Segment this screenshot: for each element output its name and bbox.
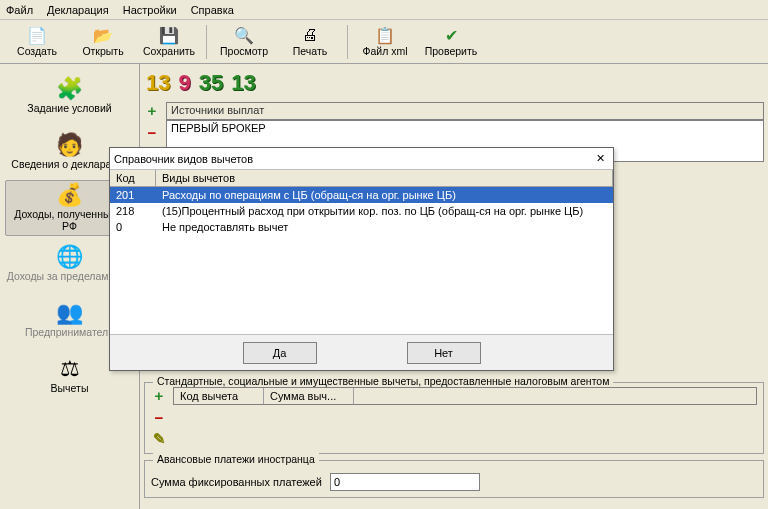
open-button[interactable]: 📂Открыть <box>70 22 136 62</box>
file-xml-button[interactable]: 📋Файл xml <box>352 22 418 62</box>
deductions-fieldset: Стандартные, социальные и имущественные … <box>144 382 764 454</box>
advance-input[interactable] <box>330 473 480 491</box>
menu-help[interactable]: Справка <box>191 4 234 16</box>
coins-icon: 💰 <box>56 184 83 206</box>
sidebar-item-conditions[interactable]: 🧩Задание условий <box>5 68 135 124</box>
check-icon: ✔ <box>442 26 460 44</box>
dialog-button-bar: Да Нет <box>110 334 613 370</box>
menu-settings[interactable]: Настройки <box>123 4 177 16</box>
rate-13[interactable]: 13 <box>146 70 170 96</box>
menu-file[interactable]: Файл <box>6 4 33 16</box>
col-type[interactable]: Виды вычетов <box>156 170 613 186</box>
check-button[interactable]: ✔Проверить <box>418 22 484 62</box>
dialog-title: Справочник видов вычетов <box>114 153 253 165</box>
scales-icon: ⚖ <box>60 358 80 380</box>
conditions-icon: 🧩 <box>56 78 83 100</box>
deductions-actions: + − ✎ <box>151 387 167 447</box>
no-button[interactable]: Нет <box>407 342 481 364</box>
print-button[interactable]: 🖨Печать <box>277 22 343 62</box>
cell-name: (15)Процентный расход при открытии кор. … <box>156 205 613 217</box>
open-icon: 📂 <box>94 26 112 44</box>
toolbar-separator <box>206 25 207 59</box>
rate-9[interactable]: 9 <box>178 70 190 96</box>
toolbar: 📄Создать 📂Открыть 💾Сохранить 🔍Просмотр 🖨… <box>0 20 768 64</box>
rate-13-alt[interactable]: 13 <box>231 70 255 96</box>
person-icon: 🧑 <box>56 134 83 156</box>
remove-deduction-button[interactable]: − <box>151 409 167 425</box>
close-icon: ✕ <box>596 152 605 165</box>
dialog-table-body: 201 Расходы по операциям с ЦБ (обращ-ся … <box>110 187 613 334</box>
edit-deduction-button[interactable]: ✎ <box>151 431 167 447</box>
save-icon: 💾 <box>160 26 178 44</box>
print-icon: 🖨 <box>301 26 319 44</box>
rate-35[interactable]: 35 <box>199 70 223 96</box>
deductions-table-header: Код вычета Сумма выч... <box>173 387 757 405</box>
cell-code: 0 <box>110 221 156 233</box>
preview-icon: 🔍 <box>235 26 253 44</box>
create-button[interactable]: 📄Создать <box>4 22 70 62</box>
table-row[interactable]: 0 Не предоставлять вычет <box>110 219 613 235</box>
rate-tabs: 13 9 35 13 <box>144 68 764 102</box>
preview-button[interactable]: 🔍Просмотр <box>211 22 277 62</box>
advance-legend: Авансовые платежи иностранца <box>153 453 319 465</box>
cell-code: 218 <box>110 205 156 217</box>
menubar: Файл Декларация Настройки Справка <box>0 0 768 20</box>
menu-declaration[interactable]: Декларация <box>47 4 109 16</box>
globe-icon: 🌐 <box>56 246 83 268</box>
deduction-reference-dialog: Справочник видов вычетов ✕ Код Виды выче… <box>109 147 614 371</box>
col-deduction-code[interactable]: Код вычета <box>174 388 264 404</box>
table-row[interactable]: 201 Расходы по операциям с ЦБ (обращ-ся … <box>110 187 613 203</box>
business-icon: 👥 <box>56 302 83 324</box>
col-code[interactable]: Код <box>110 170 156 186</box>
add-deduction-button[interactable]: + <box>151 387 167 403</box>
advance-label: Сумма фиксированных платежей <box>151 476 322 488</box>
new-doc-icon: 📄 <box>28 26 46 44</box>
xml-icon: 📋 <box>376 26 394 44</box>
col-deduction-sum[interactable]: Сумма выч... <box>264 388 354 404</box>
yes-button[interactable]: Да <box>243 342 317 364</box>
cell-name: Не предоставлять вычет <box>156 221 613 233</box>
remove-payer-button[interactable]: − <box>144 124 160 140</box>
dialog-close-button[interactable]: ✕ <box>591 151 609 167</box>
toolbar-separator <box>347 25 348 59</box>
save-button[interactable]: 💾Сохранить <box>136 22 202 62</box>
cell-name: Расходы по операциям с ЦБ (обращ-ся на о… <box>156 189 613 201</box>
add-payer-button[interactable]: + <box>144 102 160 118</box>
deductions-legend: Стандартные, социальные и имущественные … <box>153 375 613 387</box>
payers-header: Источники выплат <box>166 102 764 120</box>
dialog-table-header: Код Виды вычетов <box>110 170 613 187</box>
cell-code: 201 <box>110 189 156 201</box>
table-row[interactable]: 218 (15)Процентный расход при открытии к… <box>110 203 613 219</box>
advance-fieldset: Авансовые платежи иностранца Сумма фикси… <box>144 460 764 498</box>
dialog-titlebar: Справочник видов вычетов ✕ <box>110 148 613 170</box>
